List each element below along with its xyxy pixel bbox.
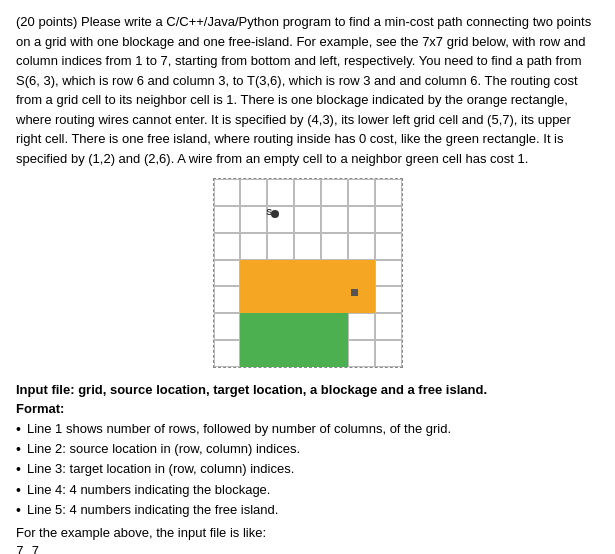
grid-cell bbox=[240, 233, 267, 260]
grid-cell bbox=[375, 233, 402, 260]
bullet-item-5: Line 5: 4 numbers indicating the free is… bbox=[16, 501, 599, 519]
input-section: Input file: grid, source location, targe… bbox=[16, 382, 599, 554]
bullet-item-4: Line 4: 4 numbers indicating the blockag… bbox=[16, 481, 599, 499]
grid-cell bbox=[375, 286, 402, 313]
code-line-1: 7 7 bbox=[16, 542, 599, 554]
grid-cell bbox=[348, 313, 375, 340]
grid-cell bbox=[294, 179, 321, 206]
problem-description: (20 points) Please write a C/C++/Java/Py… bbox=[16, 12, 599, 168]
grid-cell bbox=[321, 179, 348, 206]
grid-container: S bbox=[16, 178, 599, 368]
and-column-text: and column bbox=[399, 73, 466, 88]
grid-cell bbox=[214, 206, 241, 233]
grid-cell bbox=[375, 340, 402, 367]
grid-cell bbox=[321, 233, 348, 260]
example-label: For the example above, the input file is… bbox=[16, 525, 599, 540]
grid-cell bbox=[375, 179, 402, 206]
grid-cell bbox=[348, 179, 375, 206]
grid-cell bbox=[348, 206, 375, 233]
grid-cell bbox=[321, 206, 348, 233]
grid-cell bbox=[375, 260, 402, 287]
bullet-item-1: Line 1 shows number of rows, followed by… bbox=[16, 420, 599, 438]
source-dot bbox=[271, 210, 279, 218]
grid-cell bbox=[348, 233, 375, 260]
source-label: S bbox=[266, 207, 272, 217]
grid-diagram: S bbox=[213, 178, 403, 368]
grid-cell bbox=[240, 206, 267, 233]
grid-cell bbox=[240, 179, 267, 206]
grid-cell bbox=[214, 260, 241, 287]
bullet-list: Line 1 shows number of rows, followed by… bbox=[16, 420, 599, 519]
grid-cell bbox=[214, 286, 241, 313]
bullet-item-3: Line 3: target location in (row, column)… bbox=[16, 460, 599, 478]
grid-cell bbox=[214, 340, 241, 367]
points-label: (20 points) bbox=[16, 14, 77, 29]
example-code: 7 7 6 3 3 6 4 3 5 7 1 2 2 6 bbox=[16, 542, 599, 554]
input-title-content: grid, source location, target location, … bbox=[78, 382, 487, 397]
green-island bbox=[240, 313, 347, 367]
input-title-label: Input file: bbox=[16, 382, 75, 397]
orange-blockage bbox=[240, 260, 374, 314]
grid-cell bbox=[267, 233, 294, 260]
grid-cell bbox=[375, 206, 402, 233]
grid-cell bbox=[294, 206, 321, 233]
format-title: Format: bbox=[16, 401, 599, 416]
grid-cell bbox=[214, 313, 241, 340]
grid-cell bbox=[214, 179, 241, 206]
bullet-item-2: Line 2: source location in (row, column)… bbox=[16, 440, 599, 458]
grid-cell bbox=[348, 340, 375, 367]
target-dot bbox=[351, 289, 358, 296]
grid-cell bbox=[214, 233, 241, 260]
grid-cell bbox=[267, 179, 294, 206]
grid-cell bbox=[375, 313, 402, 340]
input-title: Input file: grid, source location, targe… bbox=[16, 382, 599, 397]
grid-cell bbox=[294, 233, 321, 260]
